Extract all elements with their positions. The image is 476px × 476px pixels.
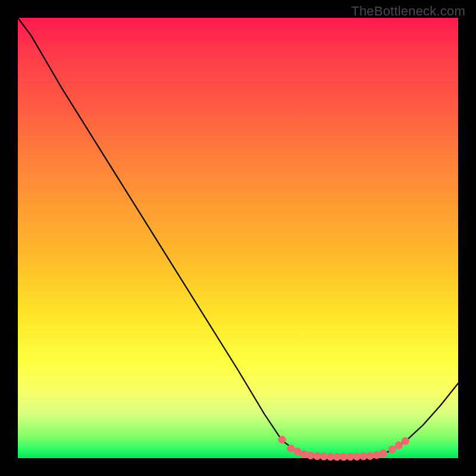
curve-marker	[389, 446, 396, 453]
curve-marker	[373, 452, 380, 459]
curve-marker	[294, 448, 301, 455]
curve-marker	[314, 452, 321, 459]
chart-svg	[18, 18, 458, 458]
curve-marker	[380, 450, 387, 457]
curve-marker	[278, 436, 286, 443]
bottleneck-curve	[18, 18, 458, 457]
watermark-text: TheBottleneck.com	[351, 4, 465, 19]
chart-frame: TheBottleneck.com	[0, 0, 476, 476]
curve-marker	[395, 441, 402, 449]
curve-marker	[340, 453, 347, 461]
curve-marker	[347, 453, 354, 460]
curve-marker	[287, 445, 295, 452]
chart-plot-area	[18, 18, 458, 458]
curve-marker	[333, 453, 340, 461]
curve-marker	[360, 453, 367, 460]
curve-marker	[367, 452, 374, 459]
curve-marker	[402, 437, 409, 444]
curve-marker	[320, 453, 327, 460]
curve-marker	[307, 452, 314, 459]
curve-marker	[327, 453, 334, 460]
curve-markers	[278, 436, 409, 461]
curve-marker	[353, 453, 361, 460]
curve-marker	[300, 450, 308, 458]
